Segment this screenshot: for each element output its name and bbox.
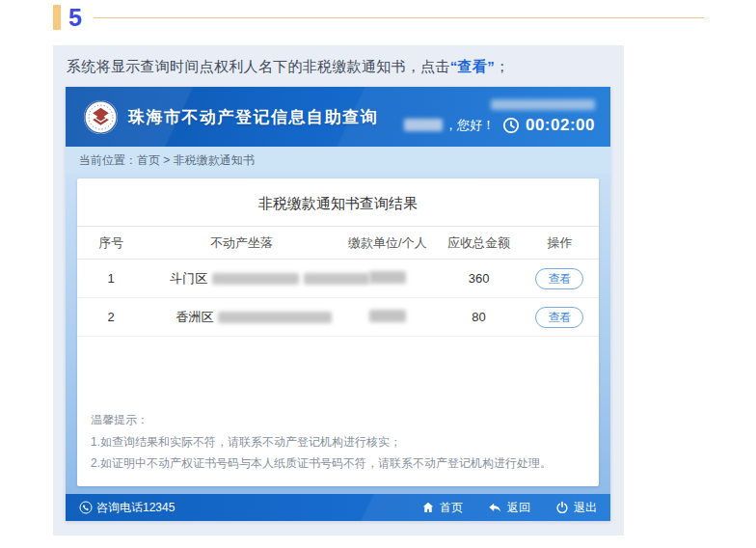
- row-action: 查看: [521, 260, 599, 298]
- office-name-redacted: [491, 99, 595, 110]
- payer-redacted: [369, 310, 406, 322]
- instruction-suffix: ；: [495, 58, 509, 74]
- view-button[interactable]: 查看: [535, 307, 583, 328]
- breadcrumb: 当前位置：首页 > 非税缴款通知书: [66, 147, 610, 174]
- row-amount: 360: [437, 260, 521, 298]
- payer-redacted: [369, 271, 406, 284]
- step-divider-line: [94, 17, 704, 18]
- app-footer: 咨询电话12345 首页 返回: [66, 494, 610, 521]
- instruction-prefix: 系统将显示查询时间点权利人名下的非税缴款通知书，点击: [67, 58, 450, 74]
- app-title: 珠海市不动产登记信息自助查询: [128, 106, 378, 128]
- card-spacer: [77, 337, 599, 409]
- col-header-amount: 应收总金额: [437, 227, 521, 260]
- row-amount: 80: [437, 298, 521, 337]
- hotline-text: 咨询电话12345: [96, 500, 175, 516]
- view-button[interactable]: 查看: [535, 268, 583, 289]
- home-label: 首页: [440, 500, 463, 516]
- app-header: 珠海市不动产登记信息自助查询 ，您好！ 00:02:00: [66, 87, 610, 147]
- col-header-location: 不动产坐落: [145, 227, 338, 260]
- location-prefix: 香洲区: [176, 310, 213, 324]
- agency-logo-icon: [83, 99, 119, 135]
- row-action: 查看: [521, 298, 599, 337]
- result-title: 非税缴款通知书查询结果: [77, 178, 599, 226]
- result-card: 非税缴款通知书查询结果 序号 不动产坐落 缴款单位/个人 应收总金额 操作: [77, 178, 599, 486]
- back-label: 返回: [507, 500, 530, 516]
- result-table: 序号 不动产坐落 缴款单位/个人 应收总金额 操作 1 斗门区: [77, 226, 599, 337]
- back-arrow-icon: [488, 502, 502, 514]
- tips-title: 温馨提示：: [91, 409, 585, 430]
- clock-icon: [502, 117, 520, 134]
- app-screenshot: 珠海市不动产登记信息自助查询 ，您好！ 00:02:00 当前位置：首页 > 非…: [66, 87, 610, 521]
- location-redacted: [304, 273, 369, 285]
- back-button[interactable]: 返回: [488, 500, 530, 516]
- row-location: 斗门区: [145, 260, 338, 298]
- table-row: 2 香洲区 80 查看: [77, 298, 599, 337]
- tips-block: 温馨提示： 1.如查询结果和实际不符，请联系不动产登记机构进行核实； 2.如证明…: [77, 409, 599, 486]
- instruction-text: 系统将显示查询时间点权利人名下的非税缴款通知书，点击“查看”；: [53, 45, 624, 87]
- step-number: 5: [68, 6, 82, 30]
- user-name-redacted: [404, 119, 443, 131]
- step-panel: 系统将显示查询时间点权利人名下的非税缴款通知书，点击“查看”； 珠海市不动产登记…: [53, 45, 624, 535]
- row-location: 香洲区: [145, 298, 338, 337]
- table-header-row: 序号 不动产坐落 缴款单位/个人 应收总金额 操作: [77, 227, 599, 260]
- footer-nav: 首页 返回 退出: [421, 500, 597, 516]
- phone-icon: [79, 501, 93, 514]
- header-user-area: ，您好！ 00:02:00: [404, 99, 595, 135]
- tips-line-2: 2.如证明中不动产权证书号码与本人纸质证书号码不符，请联系不动产登记机构进行处理…: [91, 452, 585, 474]
- step-accent-bar: [53, 5, 61, 30]
- home-button[interactable]: 首页: [421, 500, 463, 516]
- location-redacted: [218, 312, 332, 323]
- app-body: 非税缴款通知书查询结果 序号 不动产坐落 缴款单位/个人 应收总金额 操作: [66, 174, 610, 494]
- row-index: 2: [77, 298, 145, 337]
- greeting-text: ，您好！: [445, 117, 495, 134]
- step-heading: 5: [53, 5, 704, 30]
- tips-line-1: 1.如查询结果和实际不符，请联系不动产登记机构进行核实；: [91, 431, 585, 452]
- location-redacted: [212, 273, 299, 285]
- hotline: 咨询电话12345: [79, 500, 175, 516]
- col-header-payer: 缴款单位/个人: [338, 227, 438, 260]
- row-index: 1: [77, 260, 145, 298]
- col-header-index: 序号: [77, 227, 145, 260]
- breadcrumb-text: 当前位置：首页 > 非税缴款通知书: [79, 152, 255, 169]
- location-prefix: 斗门区: [170, 271, 207, 286]
- session-timer: 00:02:00: [526, 116, 595, 135]
- exit-label: 退出: [574, 500, 597, 516]
- view-keyword-highlight: “查看”: [450, 58, 495, 74]
- table-row: 1 斗门区 360 查看: [77, 260, 599, 298]
- power-icon: [555, 501, 569, 514]
- row-payer: [338, 298, 438, 337]
- home-icon: [421, 501, 435, 514]
- exit-button[interactable]: 退出: [555, 500, 597, 516]
- col-header-action: 操作: [521, 227, 599, 260]
